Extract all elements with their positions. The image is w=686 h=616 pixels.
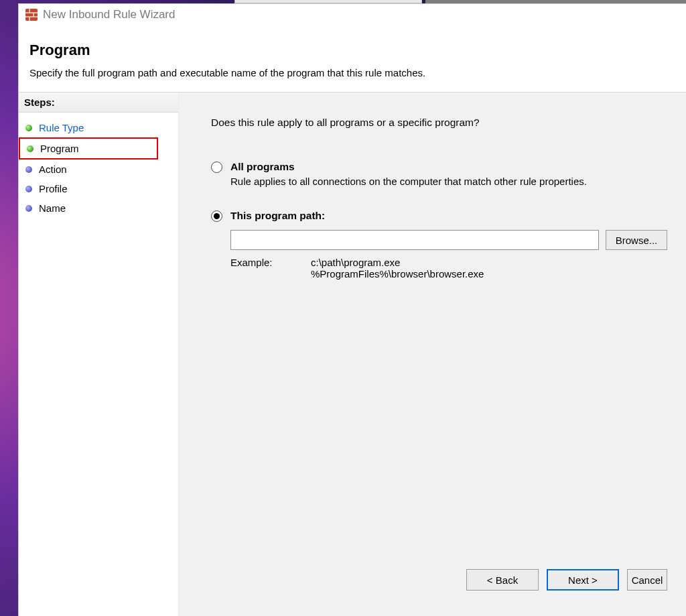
browse-button[interactable]: Browse... [606, 230, 667, 250]
step-profile[interactable]: Profile [19, 179, 178, 198]
main-content: Does this rule apply to all programs or … [179, 93, 686, 616]
firewall-icon [25, 9, 38, 21]
wizard-footer-buttons: < Back Next > Cancel [211, 569, 667, 603]
step-action[interactable]: Action [19, 160, 178, 179]
svg-rect-2 [25, 17, 38, 17]
step-bullet-icon [25, 166, 32, 173]
window-title: New Inbound Rule Wizard [43, 8, 175, 21]
titlebar: New Inbound Rule Wizard [19, 4, 686, 25]
svg-rect-3 [29, 9, 30, 13]
option-description: Rule applies to all connections on the c… [230, 176, 667, 187]
question-text: Does this rule apply to all programs or … [211, 117, 667, 129]
step-name[interactable]: Name [19, 198, 178, 218]
radio-this-program-path[interactable] [211, 210, 222, 222]
back-button[interactable]: < Back [466, 569, 539, 591]
svg-rect-1 [25, 13, 38, 13]
example-row: Example: c:\path\program.exe %ProgramFil… [230, 257, 667, 280]
step-bullet-icon [27, 145, 33, 152]
page-header: Program Specify the full program path an… [19, 25, 686, 93]
step-bullet-icon [25, 125, 32, 131]
example-label: Example: [230, 257, 277, 280]
steps-list: Rule Type Program Action Profile [19, 113, 178, 218]
page-title: Program [29, 42, 686, 59]
svg-rect-5 [29, 17, 30, 21]
step-label: Name [39, 202, 66, 214]
step-label: Action [39, 164, 67, 175]
step-label: Rule Type [39, 122, 84, 133]
wizard-window: New Inbound Rule Wizard Program Specify … [18, 3, 686, 616]
next-button[interactable]: Next > [547, 569, 619, 591]
option-program-path: This program path: Browse... Example: c:… [211, 210, 667, 280]
svg-rect-4 [33, 13, 34, 17]
step-label: Profile [39, 183, 68, 194]
page-description: Specify the full program path and execut… [29, 67, 686, 78]
radio-all-programs[interactable] [211, 162, 222, 173]
step-rule-type[interactable]: Rule Type [19, 118, 178, 137]
option-title: This program path: [230, 210, 325, 222]
desktop-background: New Inbound Rule Wizard Program Specify … [0, 0, 686, 616]
steps-panel: Steps: Rule Type Program Action [19, 93, 179, 616]
example-values: c:\path\program.exe %ProgramFiles%\brows… [311, 257, 484, 280]
step-label: Program [40, 143, 79, 154]
cancel-button[interactable]: Cancel [627, 569, 667, 591]
step-program[interactable]: Program [19, 137, 158, 160]
option-all-programs: All programs Rule applies to all connect… [211, 161, 667, 187]
program-path-input[interactable] [230, 230, 599, 250]
svg-rect-0 [25, 9, 38, 21]
step-bullet-icon [25, 205, 32, 212]
option-title: All programs [230, 161, 295, 173]
step-bullet-icon [25, 186, 32, 192]
steps-header: Steps: [19, 93, 178, 113]
